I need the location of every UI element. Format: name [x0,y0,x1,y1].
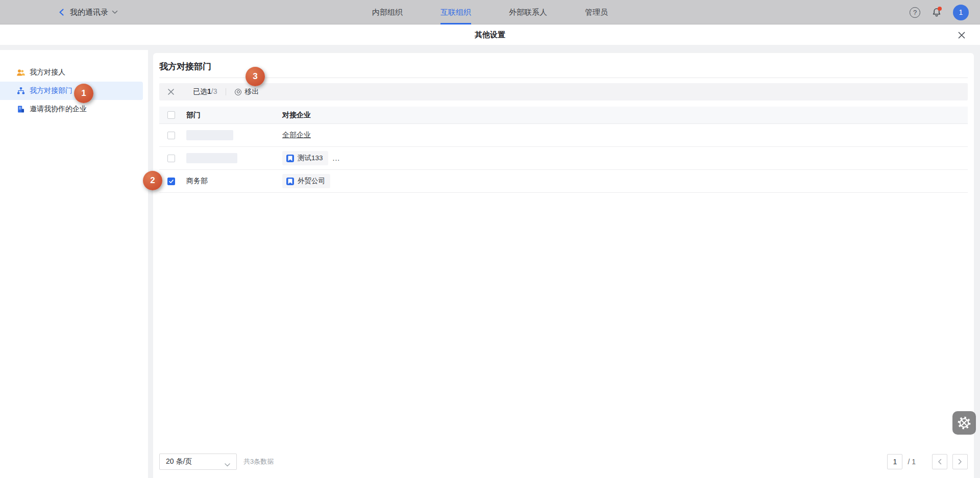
annotation-badge-2: 2 [143,171,162,190]
annotation-badge-3: 3 [246,67,265,86]
company-tag: 测试133 [282,151,328,165]
annotation-badge-1: 1 [74,84,93,103]
selected-count-text: 已选1/3 [193,87,217,96]
tab-internal-org[interactable]: 内部组织 [372,0,403,24]
redacted-department [186,130,233,140]
help-icon[interactable]: ? [910,7,920,18]
modal-title: 其他设置 [0,24,980,45]
column-header-company: 对接企业 [278,111,968,120]
pagination-bar: 20 条/页 共3条数据 1 / 1 [159,454,968,470]
target-circle-icon [235,89,241,95]
building-icon [16,105,25,114]
notification-bell-icon[interactable] [932,7,942,18]
remove-label: 移出 [244,87,259,96]
sidebar-item-inviting-companies[interactable]: 邀请我协作的企业 [0,100,143,118]
top-nav: 内部组织 互联组织 外部联系人 管理员 [0,0,980,24]
people-icon [16,68,25,77]
table-row: 全部企业 [159,124,968,147]
sidebar-item-label: 我方对接人 [30,68,65,77]
topbar-actions: ? 1 [910,0,969,24]
current-page-box[interactable]: 1 [887,454,902,469]
page-size-value: 20 条/页 [166,457,192,466]
chevron-down-icon [225,460,230,468]
table-row: 测试133 ... [159,147,968,170]
total-records-text: 共3条数据 [243,457,274,466]
page-total-text: / 1 [908,458,916,466]
department-name: 商务部 [186,177,208,186]
topbar: 我的通讯录 内部组织 互联组织 外部联系人 管理员 ? 1 [0,0,980,24]
sidebar-item-our-contacts[interactable]: 我方对接人 [0,63,143,82]
column-header-department: 部门 [182,111,278,120]
main-panel: 我方对接部门 已选1/3 移出 部门 对接企业 [153,53,974,478]
company-tag-label: 测试133 [298,154,323,163]
bookmark-icon [286,178,294,185]
selected-prefix: 已选 [193,87,207,95]
row-3-checkbox[interactable] [167,178,175,185]
sidebar-item-label: 邀请我协作的企业 [30,105,87,114]
sidebar-item-our-departments[interactable]: 我方对接部门 [0,82,143,100]
selected-count: 1 [207,87,211,95]
row-2-checkbox[interactable] [167,155,175,162]
select-all-checkbox[interactable] [167,111,175,119]
departments-table: 部门 对接企业 全部企业 [159,107,968,193]
title-divider [159,78,968,78]
company-tag-label: 外贸公司 [298,177,325,186]
org-chart-icon [16,87,25,95]
screen: 我的通讯录 内部组织 互联组织 外部联系人 管理员 ? 1 其他设置 [0,0,980,478]
bookmark-icon [286,155,294,162]
redacted-department [186,153,237,163]
sidebar-item-label: 我方对接部门 [30,86,72,95]
notification-dot [938,7,942,11]
row-1-checkbox[interactable] [167,132,175,139]
company-tag: 外贸公司 [282,174,330,188]
tab-connected-org[interactable]: 互联组织 [440,0,471,24]
tab-external-contacts[interactable]: 外部联系人 [509,0,547,24]
page-title: 我方对接部门 [159,53,968,78]
next-page-button[interactable] [952,454,968,469]
table-header-row: 部门 对接企业 [159,107,968,124]
tab-admin[interactable]: 管理员 [585,0,608,24]
settings-sidebar: 我方对接人 我方对接部门 [0,50,148,478]
prev-page-button[interactable] [932,454,947,469]
toolbar-divider [226,88,226,95]
selected-total: /3 [211,87,217,95]
close-icon[interactable] [957,31,966,40]
modal-body: 我方对接人 我方对接部门 [0,45,980,478]
clear-selection-icon[interactable] [167,88,175,95]
selection-toolbar: 已选1/3 移出 [159,83,968,100]
modal-header: 其他设置 [0,24,980,45]
all-companies-link[interactable]: 全部企业 [282,131,311,140]
more-companies-ellipsis[interactable]: ... [333,154,340,162]
table-row: 商务部 外贸公司 [159,170,968,193]
avatar[interactable]: 1 [953,5,969,20]
remove-button[interactable]: 移出 [235,87,259,96]
settings-gear-icon[interactable] [952,411,976,435]
page-size-select[interactable]: 20 条/页 [159,454,237,470]
pager: 1 / 1 [887,454,968,469]
